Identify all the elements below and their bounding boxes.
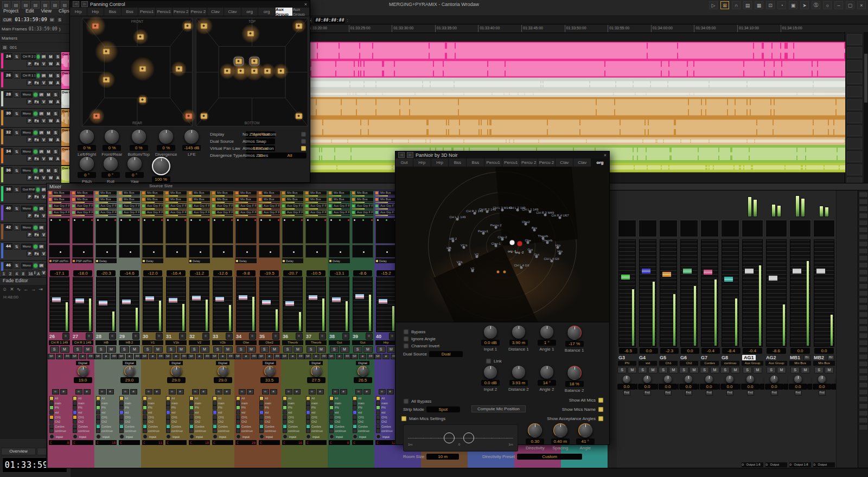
mini-button[interactable]: ∞	[285, 389, 292, 395]
routing-checkbox[interactable]	[376, 415, 380, 419]
track-btn-ir[interactable]: IR	[39, 263, 44, 269]
routing-row[interactable]: CH1	[71, 415, 94, 419]
mini-button[interactable]: FF	[87, 354, 94, 359]
mini-button[interactable]: FF	[344, 354, 351, 359]
rail-cell[interactable]	[859, 417, 868, 423]
routing-checkbox[interactable]	[236, 405, 240, 410]
mini-button[interactable]: ø	[289, 354, 296, 359]
track-number[interactable]: 42	[4, 224, 12, 231]
pannoir-titlebar[interactable]: ◁ ▷ PanNoir by 3D Noir ×	[395, 151, 609, 158]
output-assign[interactable]: ⊙Output	[765, 462, 787, 467]
routing-checkbox[interactable]	[119, 415, 124, 419]
track-number[interactable]: 30	[4, 110, 12, 117]
routing-row[interactable]: continuo	[188, 429, 211, 434]
routing-row[interactable]: main	[258, 401, 281, 406]
track-btn-fx[interactable]: Fx	[34, 156, 40, 162]
mini-button[interactable]: ø	[177, 389, 184, 395]
fader-cap[interactable]	[215, 296, 225, 302]
track-btn-w[interactable]: W	[48, 118, 54, 124]
track-btn-fx[interactable]: Fx	[34, 61, 40, 67]
mini-button[interactable]: SF	[281, 354, 288, 359]
pan-pad[interactable]	[659, 220, 678, 237]
track-number[interactable]: 28	[4, 91, 12, 98]
routing-checkbox[interactable]	[119, 396, 124, 400]
routing-row[interactable]: PN	[118, 405, 141, 410]
routing-row[interactable]: continuo	[281, 429, 304, 434]
panning-tab-percu2[interactable]: Percu 2	[173, 8, 190, 16]
pannoir-tab-hrp[interactable]: Hrp	[431, 158, 449, 167]
mini-button[interactable]: ∞	[122, 389, 129, 395]
mini-button[interactable]: ∞	[169, 389, 176, 395]
fader-cap[interactable]	[703, 269, 713, 275]
aux-knob[interactable]	[643, 376, 651, 383]
aux-knob-chip[interactable]: Fxd	[726, 390, 733, 396]
track-btn-p[interactable]: P	[27, 251, 33, 257]
routing-checkbox[interactable]	[329, 396, 334, 400]
folder-icon[interactable]: ▣	[789, 1, 797, 9]
input-row[interactable]: input	[328, 434, 351, 440]
routing-row[interactable]: Ch2	[281, 419, 304, 424]
mini-button[interactable]: SF	[94, 354, 101, 359]
pan-pad[interactable]	[235, 218, 257, 244]
input-row[interactable]: input	[71, 434, 94, 440]
track-row[interactable]: 28⇅MonoIRMSPFxVWAOve 00	[0, 90, 71, 109]
mini-button[interactable]: FF	[297, 354, 304, 359]
solo-button[interactable]: S	[659, 367, 668, 373]
mic-circle[interactable]	[444, 433, 455, 443]
track-row[interactable]: 36⇅MonoIRMSPFxVWAOve 00	[0, 166, 71, 185]
rail-cell[interactable]	[859, 311, 868, 317]
routing-checkbox[interactable]	[329, 424, 334, 429]
panning-tab-org[interactable]: org	[258, 8, 276, 16]
pan-pad[interactable]	[813, 220, 835, 237]
rail-cell[interactable]	[859, 276, 868, 282]
routing-row[interactable]: continuo	[211, 429, 234, 434]
routing-checkbox[interactable]	[143, 424, 147, 429]
pan-pad[interactable]	[119, 218, 140, 244]
routing-checkbox[interactable]	[329, 415, 334, 419]
routing-checkbox[interactable]	[189, 419, 194, 424]
mini-button[interactable]: FF	[251, 354, 258, 359]
bus-assign-row[interactable]: Mix Bus	[304, 190, 328, 195]
speaker-icon[interactable]	[277, 68, 284, 74]
pan-pad[interactable]	[329, 218, 350, 244]
track-input-label[interactable]: CH R 2 149	[21, 54, 36, 60]
routing-row[interactable]: std	[71, 410, 94, 415]
strip-number[interactable]: 33	[213, 334, 218, 339]
pan-pitch-knob[interactable]	[80, 157, 94, 171]
routing-checkbox[interactable]	[166, 424, 170, 429]
mini-button[interactable]: ø	[56, 354, 63, 359]
height-chip-2[interactable]: 2	[8, 271, 13, 277]
pan-pad[interactable]	[282, 218, 303, 244]
track-btn-fx[interactable]: Fx	[34, 232, 40, 238]
track-spinner[interactable]: ⇅	[14, 206, 20, 212]
fader-cap[interactable]	[238, 295, 248, 301]
aux-knob-chip[interactable]: Fxd	[665, 390, 672, 396]
routing-row[interactable]: CH1	[141, 415, 164, 419]
record-button[interactable]	[319, 333, 326, 340]
routing-checkbox[interactable]	[213, 415, 217, 419]
fader-track[interactable]	[814, 239, 834, 347]
checkbox[interactable]	[401, 416, 407, 422]
mini-button[interactable]: FF	[204, 354, 211, 359]
mini-button[interactable]: ∞	[309, 389, 316, 395]
track-record-ready-dot[interactable]	[34, 169, 37, 173]
track-record-ready-dot[interactable]	[37, 55, 40, 59]
close-icon[interactable]: ×	[857, 1, 866, 9]
routing-checkbox[interactable]	[259, 424, 264, 429]
routing-row[interactable]: Cordes	[94, 424, 118, 429]
routing-row[interactable]: Ch2	[374, 419, 398, 424]
panning-tab-auxgroup[interactable]: Aux Group	[276, 8, 293, 16]
auto-mode-icon[interactable]: Ⓐ	[812, 1, 820, 9]
strip-number[interactable]: 27	[73, 334, 78, 339]
mute-button[interactable]: M	[200, 346, 209, 353]
aux-knob[interactable]	[685, 376, 692, 383]
mini-button[interactable]: ∞	[379, 389, 386, 395]
strip-name[interactable]: Gut	[329, 340, 350, 345]
routing-checkbox[interactable]	[306, 419, 310, 424]
bus-assign-row[interactable]: Aux Grp F F	[234, 210, 258, 215]
routing-checkbox[interactable]	[283, 429, 287, 433]
noir-angle2-knob[interactable]	[540, 366, 553, 379]
fader-cap[interactable]	[331, 297, 341, 303]
pan-pad[interactable]	[49, 218, 70, 244]
bus-assign-row[interactable]: Mix Bus	[71, 190, 94, 195]
